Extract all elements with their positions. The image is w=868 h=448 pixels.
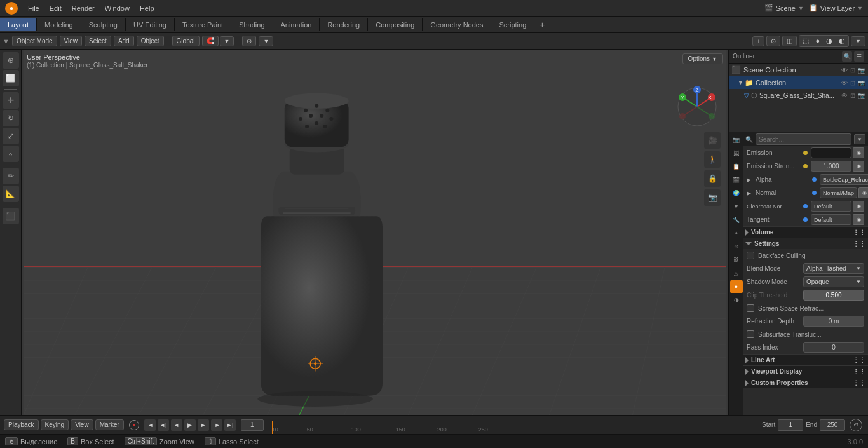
view-menu[interactable]: View bbox=[60, 36, 83, 46]
rotate-tool[interactable]: ↻ bbox=[3, 110, 19, 126]
volume-dots-menu[interactable]: ⋮⋮ bbox=[853, 229, 865, 236]
timeline-ruler[interactable]: 10 50 100 150 200 250 bbox=[269, 416, 759, 434]
tab-scripting[interactable]: Scripting bbox=[491, 18, 534, 31]
scene-collection-row[interactable]: ⬛ Scene Collection 👁 ⊡ 📷 bbox=[729, 64, 868, 76]
next-frame-btn[interactable]: ► bbox=[198, 419, 209, 431]
tab-modeling[interactable]: Modeling bbox=[37, 18, 81, 31]
viewlayer-selector[interactable]: 📋 View Layer ▼ bbox=[809, 4, 863, 12]
properties-search-input[interactable] bbox=[756, 133, 851, 145]
modifier-props-icon[interactable]: 🔧 bbox=[730, 214, 743, 226]
material-mode[interactable]: ◑ bbox=[823, 36, 836, 46]
particles-props-icon[interactable]: ✦ bbox=[730, 227, 743, 240]
object-menu[interactable]: Object bbox=[137, 36, 164, 46]
start-frame-input[interactable]: 1 bbox=[778, 419, 803, 431]
keying-menu[interactable]: Keying bbox=[41, 419, 69, 430]
restrict-select-1[interactable]: ⊡ bbox=[850, 67, 855, 74]
timeline-view-menu[interactable]: View bbox=[71, 419, 93, 430]
outliner-search-btn[interactable]: 🔍 bbox=[842, 51, 852, 62]
refraction-depth-value[interactable]: 0 m bbox=[803, 316, 864, 327]
jump-start-btn[interactable]: |◄ bbox=[144, 419, 156, 431]
viewport-options-btn[interactable]: Options ▼ bbox=[682, 53, 723, 64]
clip-threshold-value[interactable]: 0.500 bbox=[803, 290, 864, 301]
screen-space-checkbox[interactable] bbox=[747, 304, 754, 312]
material-props-icon[interactable]: ● bbox=[730, 280, 743, 293]
proportional-edit[interactable]: ⊙ bbox=[242, 36, 256, 46]
marker-menu[interactable]: Marker bbox=[95, 419, 124, 430]
shading-options[interactable]: ▼ bbox=[851, 36, 865, 46]
custom-properties-header[interactable]: Custom Properties ⋮⋮ bbox=[743, 377, 868, 388]
outliner-filter-btn[interactable]: ☰ bbox=[854, 51, 864, 62]
proportional-options[interactable]: ▼ bbox=[259, 36, 273, 46]
walk-mode-btn[interactable]: 🚶 bbox=[704, 151, 721, 168]
playback-menu[interactable]: Playback bbox=[4, 419, 39, 430]
menu-render[interactable]: Render bbox=[67, 3, 100, 13]
select-box-tool[interactable]: ⬜ bbox=[3, 70, 19, 86]
camera-view-btn[interactable]: 🎥 bbox=[704, 132, 721, 149]
restrict-viewport-3[interactable]: 👁 bbox=[841, 92, 848, 99]
tab-rendering[interactable]: Rendering bbox=[320, 18, 368, 31]
add-cube-tool[interactable]: ⬛ bbox=[3, 208, 19, 224]
wireframe-mode[interactable]: ⬚ bbox=[799, 36, 812, 46]
restrict-render-2[interactable]: 📷 bbox=[858, 79, 865, 86]
viewlayer-props-icon[interactable]: 📋 bbox=[730, 160, 743, 173]
render-btn[interactable]: 📷 bbox=[704, 189, 721, 206]
tab-layout[interactable]: Layout bbox=[0, 18, 37, 31]
gizmos-toggle[interactable]: + bbox=[752, 36, 764, 46]
constraints-props-icon[interactable]: ⛓ bbox=[730, 254, 743, 266]
cursor-tool[interactable]: ⊕ bbox=[3, 52, 19, 69]
tab-geometry-nodes[interactable]: Geometry Nodes bbox=[423, 18, 491, 31]
tab-sculpting[interactable]: Sculpting bbox=[81, 18, 126, 31]
overlays-toggle[interactable]: ⊙ bbox=[766, 36, 780, 46]
transform-tool[interactable]: ⬦ bbox=[3, 146, 19, 162]
line-art-dots[interactable]: ⋮⋮ bbox=[853, 356, 865, 363]
subsurface-checkbox[interactable] bbox=[747, 330, 754, 338]
tab-animation[interactable]: Animation bbox=[273, 18, 320, 31]
properties-filter-btn[interactable]: ▼ bbox=[854, 134, 865, 144]
tab-compositing[interactable]: Compositing bbox=[368, 18, 423, 31]
output-props-icon[interactable]: 🖼 bbox=[730, 147, 743, 160]
snap-toggle[interactable]: 🧲 bbox=[202, 36, 219, 46]
scale-tool[interactable]: ⤢ bbox=[3, 128, 19, 144]
navigation-gizmo[interactable]: X Y Z bbox=[675, 85, 719, 129]
restrict-viewport-2[interactable]: 👁 bbox=[841, 79, 848, 86]
tab-texture-paint[interactable]: Texture Paint bbox=[175, 18, 231, 31]
play-btn[interactable]: ▶ bbox=[184, 419, 196, 431]
measure-tool[interactable]: 📐 bbox=[3, 186, 19, 202]
restrict-select-3[interactable]: ⊡ bbox=[850, 92, 855, 99]
restrict-render-1[interactable]: 📷 bbox=[858, 67, 865, 74]
alpha-value[interactable]: BottleCap_Refrac... bbox=[820, 174, 868, 185]
restrict-render-3[interactable]: 📷 bbox=[858, 92, 865, 99]
end-frame-input[interactable]: 250 bbox=[820, 419, 845, 431]
collection-row[interactable]: ▼ 📁 Collection 👁 ⊡ 📷 bbox=[729, 76, 868, 89]
snap-options[interactable]: ▼ bbox=[220, 36, 234, 46]
shading-props-icon[interactable]: ◑ bbox=[730, 294, 743, 306]
restrict-viewport-1[interactable]: 👁 bbox=[841, 67, 848, 74]
lock-camera-btn[interactable]: 🔒 bbox=[704, 170, 721, 187]
restrict-select-2[interactable]: ⊡ bbox=[850, 79, 855, 86]
collection-expand[interactable]: ▼ bbox=[738, 79, 743, 86]
rendered-mode[interactable]: ◐ bbox=[836, 36, 848, 46]
viewport-display-dots[interactable]: ⋮⋮ bbox=[853, 368, 865, 375]
add-menu[interactable]: Add bbox=[114, 36, 134, 46]
scene-props-icon[interactable]: 🎬 bbox=[730, 173, 743, 186]
render-props-icon[interactable]: 📷 bbox=[730, 133, 743, 146]
tangent-socket-btn[interactable]: ◉ bbox=[853, 214, 864, 225]
prev-frame-btn[interactable]: ◄ bbox=[171, 419, 182, 431]
volume-header[interactable]: Volume ⋮⋮ bbox=[743, 226, 868, 238]
blend-mode-dropdown[interactable]: Alpha Hashed ▼ bbox=[803, 263, 864, 274]
scene-selector[interactable]: 🎬 Scene ▼ bbox=[764, 4, 804, 12]
viewport-3d[interactable]: User Perspective (1) Collection | Square… bbox=[22, 50, 728, 415]
normal-expand[interactable]: ▶ bbox=[747, 190, 751, 196]
pass-index-value[interactable]: 0 bbox=[803, 342, 864, 353]
shadow-mode-dropdown[interactable]: Opaque ▼ bbox=[803, 276, 864, 287]
alpha-expand-icon[interactable]: ▶ bbox=[747, 177, 751, 183]
normal-value[interactable]: Normal/Map bbox=[820, 187, 857, 198]
menu-edit[interactable]: Edit bbox=[44, 3, 67, 13]
settings-dots-menu[interactable]: ⋮⋮ bbox=[853, 240, 865, 247]
normal-socket-btn[interactable]: ◉ bbox=[858, 187, 868, 198]
clearcoat-socket-btn[interactable]: ◉ bbox=[853, 201, 864, 212]
physics-props-icon[interactable]: ⊕ bbox=[730, 240, 743, 253]
menu-window[interactable]: Window bbox=[100, 3, 135, 13]
menu-file[interactable]: File bbox=[23, 3, 44, 13]
prev-keyframe-btn[interactable]: ◄| bbox=[158, 419, 169, 431]
